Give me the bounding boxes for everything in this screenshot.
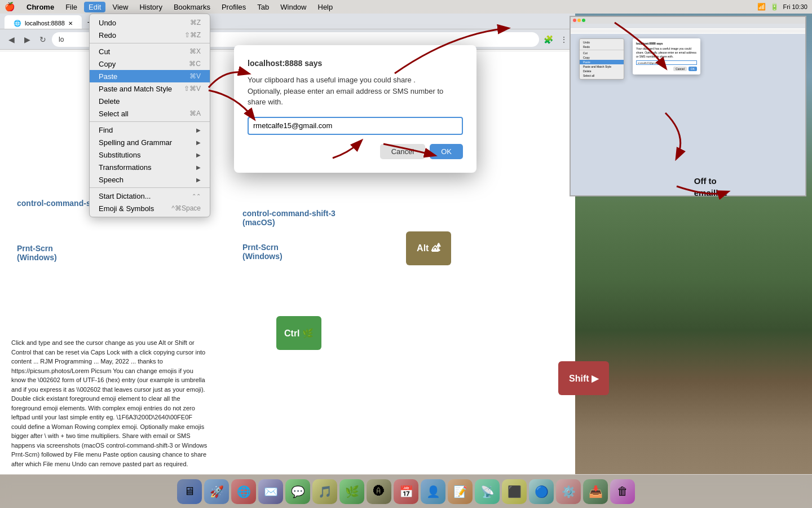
menu-item-cut[interactable]: Cut ⌘X <box>90 45 210 58</box>
menubar-edit[interactable]: Edit <box>84 2 105 12</box>
macos-shortcut-bg-label: control-command-shift-3(macOS) <box>242 209 336 227</box>
menubar-file[interactable]: File <box>61 2 82 12</box>
dock-settings[interactable]: ⚙️ <box>556 479 581 504</box>
shift-key-label: Shift ▶ <box>569 373 598 384</box>
menu-item-paste-match-label: Paste and Match Style <box>99 85 179 93</box>
dock-chrome[interactable]: 🔵 <box>529 479 554 504</box>
dock-photos[interactable]: 🌿 <box>339 479 364 504</box>
dock-notes[interactable]: 📝 <box>448 479 473 504</box>
alt-key-box: Alt 🏕 <box>406 231 451 265</box>
menu-item-paste-match-shortcut: ⇧⌘V <box>184 85 201 93</box>
dock-downloads[interactable]: 📥 <box>583 479 608 504</box>
menu-item-redo-label: Redo <box>99 31 180 40</box>
edit-menu: Undo ⌘Z Redo ⇧⌘Z Cut ⌘X Copy ⌘C Paste ⌘V… <box>89 14 210 217</box>
info-text-content: Click and type and see the cursor change… <box>11 339 207 467</box>
menu-separator-3 <box>90 187 210 188</box>
menu-item-emoji[interactable]: Emoji & Symbols ^⌘Space <box>90 202 210 214</box>
dock-calendar[interactable]: 📅 <box>394 479 418 504</box>
shift-key-box: Shift ▶ <box>558 361 609 395</box>
menubar: 🍎 Chrome File Edit View History Bookmark… <box>0 0 812 14</box>
ctrl-key-box: Ctrl 🌿 <box>276 316 321 350</box>
dock-filezilla[interactable]: 📡 <box>475 479 500 504</box>
menu-item-undo-shortcut: ⌘Z <box>190 19 201 27</box>
ctrl-key-label: Ctrl 🌿 <box>284 328 314 339</box>
menu-item-select-all[interactable]: Select all ⌘A <box>90 107 210 120</box>
menubar-bookmarks[interactable]: Bookmarks <box>169 2 215 12</box>
back-button[interactable]: ◀ <box>5 33 18 46</box>
menubar-view[interactable]: View <box>108 2 133 12</box>
menu-item-substitutions-label: Substitutions <box>99 151 196 159</box>
menu-item-undo-label: Undo <box>99 19 186 27</box>
dock-contacts[interactable]: 👤 <box>421 479 445 504</box>
dock-safari[interactable]: 🌐 <box>231 479 256 504</box>
menu-item-transformations[interactable]: Transformations ▶ <box>90 161 210 173</box>
menu-item-delete-label: Delete <box>99 97 201 106</box>
alt-key-label: Alt 🏕 <box>417 243 440 253</box>
menubar-chrome[interactable]: Chrome <box>22 2 59 12</box>
dock-messages[interactable]: 💬 <box>285 479 310 504</box>
dialog-cancel-button[interactable]: Cancel <box>380 144 425 159</box>
menu-item-cut-shortcut: ⌘X <box>189 47 201 55</box>
menu-item-find-arrow: ▶ <box>196 127 201 133</box>
menu-item-speech-arrow: ▶ <box>196 177 201 183</box>
menu-item-find[interactable]: Find ▶ <box>90 124 210 136</box>
dock-launchpad[interactable]: 🚀 <box>204 479 229 504</box>
menu-item-transformations-arrow: ▶ <box>196 164 201 170</box>
menu-item-find-label: Find <box>99 126 196 134</box>
browser-tab[interactable]: 🌐 localhost:8888 ✕ <box>5 15 82 29</box>
dock: 🖥 🚀 🌐 ✉️ 💬 🎵 🌿 🅐 📅 👤 📝 📡 ⬛ 🔵 ⚙️ 📥 🗑 <box>0 474 812 508</box>
dock-terminal[interactable]: ⬛ <box>502 479 527 504</box>
dialog-buttons: Cancel OK <box>248 144 463 159</box>
menu-item-copy-label: Copy <box>99 60 184 68</box>
menubar-profiles[interactable]: Profiles <box>217 2 250 12</box>
menu-item-emoji-shortcut: ^⌘Space <box>171 204 201 212</box>
menu-item-select-all-shortcut: ⌘A <box>189 110 201 117</box>
menu-separator-1 <box>90 43 210 43</box>
dialog-message: Your clipboard has a useful image you co… <box>248 75 463 108</box>
dialog-box: localhost:8888 says Your clipboard has a… <box>234 45 476 173</box>
menu-item-copy[interactable]: Copy ⌘C <box>90 58 210 70</box>
windows-shortcut-label: Prnt-Scrn(Windows) <box>17 244 57 262</box>
dialog-email-input[interactable] <box>248 117 463 135</box>
menu-item-paste-shortcut: ⌘V <box>189 72 201 80</box>
menu-item-dictation[interactable]: Start Dictation... ⌃⌃ <box>90 190 210 202</box>
menu-item-substitutions-arrow: ▶ <box>196 152 201 158</box>
menu-item-paste[interactable]: Paste ⌘V <box>90 70 210 82</box>
menu-item-spelling-label: Spelling and Grammar <box>99 138 196 147</box>
menu-item-delete[interactable]: Delete <box>90 95 210 107</box>
menu-item-spelling[interactable]: Spelling and Grammar ▶ <box>90 136 210 148</box>
menu-item-dictation-label: Start Dictation... <box>99 192 187 200</box>
off-to-email-label: Off toemaillee <box>694 175 727 199</box>
menubar-window[interactable]: Window <box>276 2 311 12</box>
tab-close-icon[interactable]: ✕ <box>68 20 73 27</box>
menu-item-transformations-label: Transformations <box>99 163 196 172</box>
menubar-help[interactable]: Help <box>314 2 338 12</box>
windows-shortcut-bg-label: Prnt-Scrn(Windows) <box>242 243 283 261</box>
menu-item-redo[interactable]: Redo ⇧⌘Z <box>90 29 210 41</box>
dock-trash[interactable]: 🗑 <box>610 479 635 504</box>
menubar-history[interactable]: History <box>135 2 166 12</box>
menu-item-undo[interactable]: Undo ⌘Z <box>90 16 210 29</box>
apple-menu-icon[interactable]: 🍎 <box>5 2 15 12</box>
forward-button[interactable]: ▶ <box>20 33 34 46</box>
dock-mail[interactable]: ✉️ <box>258 479 283 504</box>
dialog-title: localhost:8888 says <box>248 59 463 68</box>
chrome-menu-button[interactable]: ⋮ <box>557 33 571 46</box>
reload-button[interactable]: ↻ <box>36 33 50 46</box>
menu-item-redo-shortcut: ⇧⌘Z <box>184 31 201 39</box>
dock-music[interactable]: 🎵 <box>312 479 337 504</box>
menu-item-speech[interactable]: Speech ▶ <box>90 173 210 186</box>
menu-item-dictation-shortcut: ⌃⌃ <box>192 193 201 199</box>
menu-item-copy-shortcut: ⌘C <box>189 60 201 68</box>
screenshot-thumbnail: Undo Redo Cut Copy Paste Paste and Match… <box>570 16 806 196</box>
menubar-tab[interactable]: Tab <box>253 2 273 12</box>
dock-finder[interactable]: 🖥 <box>177 479 202 504</box>
dialog-ok-button[interactable]: OK <box>430 144 463 159</box>
dock-appstore[interactable]: 🅐 <box>367 479 391 504</box>
menu-item-paste-label: Paste <box>99 72 185 81</box>
menu-item-paste-match[interactable]: Paste and Match Style ⇧⌘V <box>90 82 210 95</box>
info-text-block: Click and type and see the cursor change… <box>6 332 214 474</box>
menu-item-speech-label: Speech <box>99 176 196 184</box>
menu-item-substitutions[interactable]: Substitutions ▶ <box>90 148 210 161</box>
extensions-button[interactable]: 🧩 <box>541 33 555 46</box>
